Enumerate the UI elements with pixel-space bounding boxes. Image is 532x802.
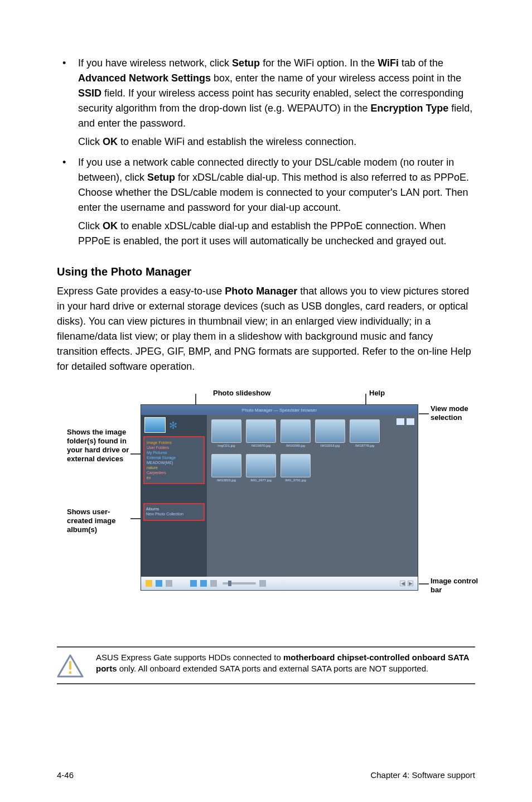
bullet-1-text: If you have wireless network, click Setu…	[78, 56, 475, 131]
section-heading: Using the Photo Manager	[57, 265, 475, 278]
thumbnail[interactable]: imgCD1.jpg	[211, 419, 241, 447]
label-help: Help	[369, 389, 385, 398]
thumbnail[interactable]: IMG_3791.jpg	[280, 454, 311, 482]
thumbnail[interactable]: IMG_2977.jpg	[246, 454, 276, 482]
view-list-icon[interactable]	[407, 418, 414, 425]
sidebar-folders-box: Image Folders User Folders My Pictures E…	[143, 436, 205, 484]
sidebar-album-head[interactable]: Albums	[146, 507, 202, 511]
warning-icon	[57, 654, 84, 679]
label-image-control: Image control bar	[431, 577, 483, 595]
sidebar-item[interactable]: MEADOW(ME)	[147, 461, 201, 465]
sidebar-albums-box: Albums New Photo Collection	[143, 503, 205, 521]
sidebar-item[interactable]: nature	[147, 466, 201, 470]
bullet-2-sub: Click OK to enable xDSL/cable dial-up an…	[78, 219, 475, 249]
svg-rect-0	[69, 661, 71, 670]
bullet-1-sub: Click OK to enable WiFi and establish th…	[78, 134, 475, 149]
sidebar-album-item[interactable]: New Photo Collection	[146, 512, 202, 516]
svg-point-1	[69, 671, 72, 674]
sidebar-item[interactable]: External Storage	[147, 456, 201, 460]
prev-button[interactable]: ◀	[400, 581, 405, 586]
label-view-mode: View mode selection	[431, 404, 478, 422]
tool-icon[interactable]	[156, 580, 162, 587]
view-thumb-icon[interactable]	[396, 418, 404, 425]
page-number: 4-46	[57, 770, 74, 780]
thumbnail[interactable]: IMG9870.jpg	[246, 419, 276, 447]
callout-line	[419, 583, 429, 584]
thumbnail[interactable]: IMG0098.jpg	[280, 419, 311, 447]
photo-manager-window: Photo Manager — Speedster browser ✻ Imag…	[141, 404, 418, 591]
thumbnail[interactable]: IMG3833.jpg	[211, 454, 241, 482]
bullet-dot: •	[57, 56, 78, 149]
app-logo-thumb	[144, 417, 166, 433]
zoom-slider[interactable]	[223, 582, 256, 584]
rotate-left-icon[interactable]	[190, 580, 197, 587]
bullet-dot: •	[57, 155, 78, 249]
sidebar: Image Folders User Folders My Pictures E…	[141, 415, 207, 577]
sidebar-item[interactable]: ex	[147, 476, 201, 480]
bullet-2-text: If you use a network cable connected dir…	[78, 155, 475, 215]
tool-icon[interactable]	[146, 580, 152, 587]
chapter-label: Chapter 4: Software support	[370, 770, 475, 780]
warning-text: ASUS Express Gate supports HDDs connecte…	[96, 652, 475, 674]
section-body: Express Gate provides a easy-to-use Phot…	[57, 284, 475, 374]
zoom-out-icon[interactable]	[210, 580, 217, 587]
thumbnail[interactable]: IMG8778.jpg	[350, 419, 380, 447]
zoom-in-icon[interactable]	[259, 580, 266, 587]
sidebar-item[interactable]: Image Folders	[147, 441, 201, 445]
app-title: Photo Manager — Speedster browser	[141, 405, 418, 415]
tool-icon[interactable]	[166, 580, 172, 587]
callout-line	[365, 394, 366, 404]
sidebar-item[interactable]: Carpenters	[147, 471, 201, 475]
rotate-right-icon[interactable]	[200, 580, 207, 587]
label-photo-slideshow: Photo slideshow	[213, 389, 270, 398]
photo-manager-diagram: Photo slideshow Help View mode selection…	[57, 384, 475, 630]
sidebar-item[interactable]: My Pictures	[147, 451, 201, 455]
sidebar-item[interactable]: User Folders	[147, 446, 201, 450]
thumbnail-area: imgCD1.jpg IMG9870.jpg IMG0098.jpg IMG39…	[207, 415, 418, 577]
snowflake-icon: ✻	[169, 419, 178, 431]
next-button[interactable]: ▶	[408, 581, 413, 586]
warning-box: ASUS Express Gate supports HDDs connecte…	[57, 646, 475, 684]
label-shows-albums: Shows user-created image album(s)	[67, 508, 129, 534]
image-control-bar: ◀ ▶	[141, 577, 418, 590]
view-mode-toggles[interactable]	[396, 418, 414, 426]
page-footer: 4-46 Chapter 4: Software support	[57, 770, 475, 780]
callout-line	[195, 394, 196, 404]
label-shows-folders: Shows the image folder(s) found in your …	[67, 428, 129, 463]
callout-line	[419, 413, 429, 414]
thumbnail[interactable]: IMG3918.jpg	[315, 419, 345, 447]
